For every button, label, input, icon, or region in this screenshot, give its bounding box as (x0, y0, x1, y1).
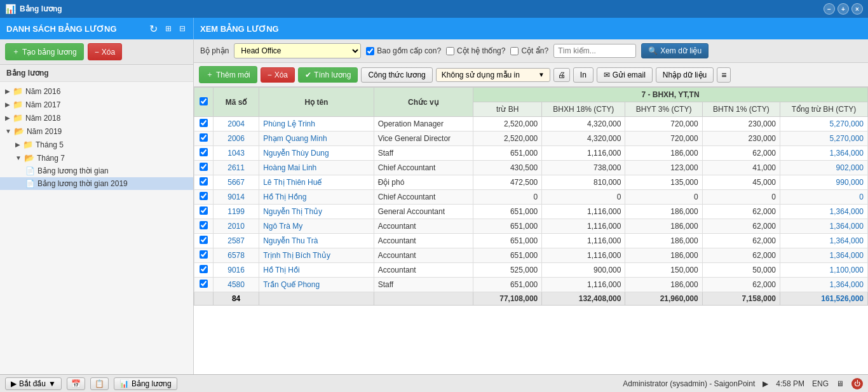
row-bhyt3: 186,000 (625, 205, 702, 219)
refresh-button[interactable]: ↻ (148, 22, 159, 36)
delete-row-button[interactable]: − Xóa (261, 67, 295, 83)
row-checkbox-cell (194, 161, 214, 175)
delete-payroll-button[interactable]: − Xóa (88, 43, 122, 60)
row-position: Accountant (374, 263, 473, 278)
footer-tru-bh: 77,108,000 (473, 292, 542, 306)
plus-icon: ＋ (12, 46, 20, 57)
row-checkbox[interactable] (200, 177, 208, 186)
tree-item-year-2016[interactable]: ▶ 📁 Năm 2016 (0, 84, 193, 98)
row-code: 2006 (214, 132, 259, 146)
row-checkbox[interactable] (200, 148, 208, 156)
search-input[interactable] (553, 44, 636, 58)
view-icon-2[interactable]: ⊟ (178, 23, 187, 34)
view-data-button[interactable]: 🔍 Xem dữ liệu (641, 43, 709, 58)
window-controls: − + × (824, 3, 863, 15)
row-position: Accountant (374, 234, 473, 248)
bo-phan-select[interactable]: Head Office (234, 43, 361, 58)
row-tong-tru-bh: 1,364,000 (780, 205, 868, 219)
tree-item-year-2019[interactable]: ▼ 📂 Năm 2019 (0, 125, 193, 138)
power-icon: ⏻ (851, 378, 863, 389)
create-payroll-button[interactable]: ＋ Tạo bảng lương (5, 43, 84, 60)
view-icon-1[interactable]: ⊞ (164, 23, 173, 34)
list-icon-button[interactable]: 📋 (90, 377, 109, 390)
formula-button[interactable]: Công thức lương (361, 67, 432, 83)
row-bhtn1: 62,000 (702, 205, 780, 219)
calc-salary-button[interactable]: ✔ Tính lương (298, 67, 358, 83)
row-bhxh18: 738,000 (542, 161, 625, 175)
row-tong-tru-bh: 902,000 (780, 161, 868, 175)
folder-open-icon: 📂 (14, 126, 24, 136)
row-checkbox[interactable] (200, 119, 208, 127)
tree-item-month-7[interactable]: ▼ 📂 Tháng 7 (0, 151, 193, 165)
row-name: Phùng Lệ Trinh (259, 117, 374, 132)
row-tong-tru-bh: 1,364,000 (780, 146, 868, 161)
tree-item-doc-1[interactable]: 📄 Bảng lương thời gian (0, 165, 193, 177)
add-new-button[interactable]: ＋ Thêm mới (199, 66, 257, 83)
row-checkbox[interactable] (200, 280, 208, 288)
row-name: Trần Quế Phong (259, 278, 374, 292)
row-bhxh18: 1,116,000 (542, 278, 625, 292)
folder-icon: 📁 (13, 113, 23, 123)
data-table-container[interactable]: Mã số Họ tên Chức vụ 7 - BHXH, YT,TN trừ… (194, 87, 868, 374)
bao-gom-checkbox[interactable] (366, 47, 374, 55)
calendar-icon-button[interactable]: 📅 (67, 377, 85, 390)
footer-count: 84 (214, 292, 259, 306)
print-template-dropdown[interactable]: Không sử dụng mẫu in ▼ (436, 68, 550, 82)
tree-item-year-2017[interactable]: ▶ 📁 Năm 2017 (0, 98, 193, 111)
bo-phan-label: Bộ phận (200, 46, 229, 55)
row-checkbox[interactable] (200, 133, 208, 142)
check-all-checkbox[interactable] (200, 97, 208, 105)
footer-bhtn1: 7,158,000 (702, 292, 780, 306)
start-button[interactable]: ▶ Bắt đầu ▼ (5, 377, 62, 390)
row-code: 2004 (214, 117, 259, 132)
row-checkbox[interactable] (200, 221, 208, 229)
row-bhxh18: 1,116,000 (542, 219, 625, 234)
maximize-button[interactable]: + (837, 3, 849, 15)
window-label-button[interactable]: 📊 Bảng lương (114, 377, 177, 390)
tree-item-month-5[interactable]: ▶ 📁 Tháng 5 (0, 138, 193, 151)
row-tru-bh: 651,000 (473, 248, 542, 263)
print-button[interactable]: In (573, 67, 593, 83)
row-position: Accountant (374, 219, 473, 234)
row-bhyt3: 186,000 (625, 248, 702, 263)
status-info: Administrator (sysadmin) - SaigonPoint ▶… (623, 378, 863, 389)
th-check-all (194, 88, 214, 117)
footer-bhyt3: 21,960,000 (625, 292, 702, 306)
row-checkbox[interactable] (200, 250, 208, 259)
print-icon-button[interactable]: 🖨 (553, 68, 570, 82)
row-position: Staff (374, 278, 473, 292)
row-checkbox-cell (194, 278, 214, 292)
row-checkbox[interactable] (200, 206, 208, 215)
email-button[interactable]: ✉ Gửi email (597, 67, 653, 83)
tree-item-doc-2[interactable]: 📄 Bảng lương thời gian 2019 (0, 177, 193, 190)
arrow-down-icon: ▼ (15, 154, 22, 161)
doc-icon: 📄 (25, 179, 35, 188)
lang-display: ENG (812, 379, 829, 388)
cot-an-checkbox[interactable] (510, 47, 519, 55)
row-checkbox[interactable] (200, 192, 208, 200)
table-row: 2010 Ngô Trà My Accountant 651,000 1,116… (194, 219, 868, 234)
calc-salary-label: Tính lương (314, 71, 351, 79)
cot-he-thong-checkbox[interactable] (446, 47, 454, 55)
row-checkbox[interactable] (200, 236, 208, 244)
row-bhxh18: 1,116,000 (542, 205, 625, 219)
cot-an-label: Cột ẩn? (521, 46, 548, 55)
delete-payroll-label: Xóa (102, 48, 115, 57)
row-checkbox[interactable] (200, 265, 208, 273)
row-bhyt3: 720,000 (625, 117, 702, 132)
minimize-button[interactable]: − (824, 3, 835, 15)
close-button[interactable]: × (851, 3, 863, 15)
tree-item-year-2018[interactable]: ▶ 📁 Năm 2018 (0, 111, 193, 125)
more-options-button[interactable]: ≡ (717, 67, 731, 83)
table-row: 5667 Lê Thị Thiên Huế Đội phó 472,500 81… (194, 175, 868, 190)
row-position: Operation Manager (374, 117, 473, 132)
th-group-bhxh: 7 - BHXH, YT,TN (473, 88, 868, 102)
search-icon: 🔍 (648, 46, 658, 55)
printer-icon: 🖨 (558, 71, 566, 79)
row-bhyt3: 123,000 (625, 161, 702, 175)
import-button[interactable]: Nhập dữ liệu (656, 67, 714, 83)
th-bhxh18: BHXH 18% (CTY) (542, 102, 625, 117)
row-bhtn1: 45,000 (702, 175, 780, 190)
row-checkbox[interactable] (200, 163, 208, 171)
th-ma-so: Mã số (214, 88, 259, 117)
